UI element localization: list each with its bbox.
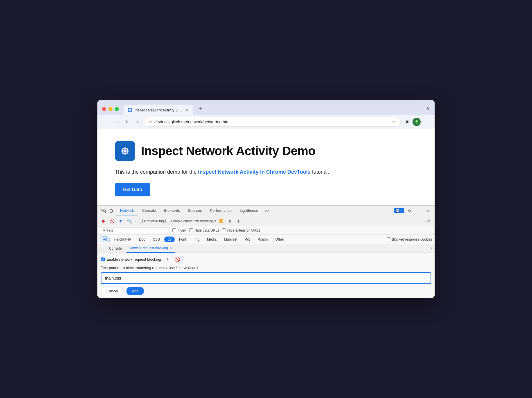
svg-point-2 [130, 110, 131, 111]
close-blocking-tab-icon[interactable]: × [170, 246, 172, 250]
filter-options: Invert Hide data URLs Hide extension URL… [172, 228, 260, 232]
console-badge[interactable]: 💬 1 [394, 208, 404, 213]
svg-point-3 [415, 120, 418, 122]
forward-button[interactable]: → [113, 118, 121, 126]
pattern-description: Text pattern to block matching requests;… [101, 266, 431, 270]
subtitle-link[interactable]: Inspect Network Activity In Chrome DevTo… [198, 169, 312, 175]
close-window-button[interactable] [102, 107, 106, 111]
filter-font[interactable]: Font [176, 237, 189, 242]
hide-data-urls-checkbox[interactable] [189, 228, 193, 232]
upload-icon[interactable]: ⬆ [226, 218, 233, 225]
bottom-tab-console[interactable]: Console [107, 244, 124, 253]
throttle-select[interactable]: No throttling ▾ [194, 219, 216, 223]
tab-lighthouse[interactable]: Lighthouse [236, 206, 263, 216]
filter-img[interactable]: Img [190, 237, 203, 242]
tab-dropdown-button[interactable]: ∨ [426, 106, 430, 115]
hide-ext-urls-checkbox[interactable] [222, 228, 226, 232]
extensions-button[interactable]: ◾ [403, 118, 411, 126]
filter-media[interactable]: Media [204, 237, 220, 242]
more-tabs-button[interactable]: >> [262, 209, 271, 213]
more-options-icon[interactable]: ⋮ [415, 207, 423, 215]
enable-blocking-text: Enable network request blocking [106, 257, 161, 262]
active-tab[interactable]: Inspect Network Activity Dem × [124, 105, 193, 115]
hide-ext-urls-label[interactable]: Hide extension URLs [222, 228, 260, 232]
filter-wasm[interactable]: Wasm [255, 237, 271, 242]
filter-manifest[interactable]: Manifest [221, 237, 240, 242]
blocked-cookies-label[interactable]: Blocked response cookies [387, 237, 432, 241]
get-data-button[interactable]: Get Data [115, 183, 150, 196]
back-button[interactable]: ← [102, 118, 110, 126]
record-stop-button[interactable]: ⏺ [100, 218, 107, 225]
address-bar[interactable]: ⊙ devtools.glitch.me/network/getstarted.… [144, 117, 401, 127]
home-button[interactable]: ⌂ [133, 118, 142, 126]
cancel-button[interactable]: Cancel [101, 287, 124, 295]
pattern-input[interactable] [101, 272, 431, 284]
badge-count: 1 [401, 209, 403, 213]
disable-cache-label[interactable]: Disable cache [165, 219, 192, 223]
bottom-panel-menu-icon[interactable]: ⋮ [100, 246, 104, 251]
search-button[interactable]: 🔍 [126, 218, 133, 225]
hide-data-urls-text: Hide data URLs [194, 228, 219, 232]
tab-elements[interactable]: Elements [160, 206, 184, 216]
profile-button[interactable] [413, 118, 421, 126]
clear-patterns-button[interactable]: 🚫 [174, 256, 181, 263]
filter-css[interactable]: CSS [149, 237, 163, 242]
close-bottom-panel-button[interactable]: × [430, 246, 432, 251]
filter-bar: ▼ Invert Hide data URLs Hide extension U… [97, 226, 435, 235]
nav-right-icons: ◾ ⋮ [403, 118, 430, 126]
close-devtools-button[interactable]: × [424, 207, 432, 215]
disable-cache-checkbox[interactable] [165, 219, 169, 223]
svg-point-7 [124, 150, 126, 152]
filter-doc[interactable]: Doc [136, 237, 148, 242]
chrome-logo [115, 141, 135, 161]
invert-checkbox[interactable] [172, 228, 176, 232]
throttle-dropdown-icon: ▾ [214, 219, 216, 223]
add-action-button[interactable]: Add [126, 287, 144, 295]
maximize-window-button[interactable] [115, 107, 119, 111]
tab-network[interactable]: Network [116, 206, 138, 216]
bottom-panel-header: ⋮ Console Network request blocking × × [97, 244, 435, 253]
security-icon: ⊙ [149, 120, 152, 124]
reload-button[interactable]: ↻ [123, 118, 131, 126]
filter-ws[interactable]: WS [242, 237, 253, 242]
wifi-icon[interactable]: 📶 [218, 218, 225, 225]
hide-data-urls-label[interactable]: Hide data URLs [189, 228, 219, 232]
page-content: Inspect Network Activity Demo This is th… [97, 129, 435, 205]
new-tab-button[interactable]: + [196, 103, 206, 115]
filter-fetch-xhr[interactable]: Fetch/XHR [111, 237, 135, 242]
enable-blocking-label[interactable]: Enable network request blocking [101, 257, 161, 262]
minimize-window-button[interactable] [108, 107, 113, 111]
download-icon[interactable]: ⬇ [235, 218, 242, 225]
device-toolbar-icon[interactable] [108, 207, 116, 215]
preserve-log-checkbox[interactable] [139, 219, 143, 223]
type-filter-bar: All Fetch/XHR Doc CSS JS Font Img Media … [97, 235, 435, 244]
tab-sources[interactable]: Sources [184, 206, 206, 216]
bottom-tab-network-blocking[interactable]: Network request blocking × [126, 244, 175, 253]
separator-1 [136, 218, 136, 224]
preserve-log-label[interactable]: Preserve log [139, 219, 164, 223]
add-pattern-button[interactable]: + [164, 256, 171, 263]
filter-input-wrap[interactable]: ▼ [100, 228, 169, 233]
tab-close-button[interactable]: × [185, 108, 189, 112]
filter-all[interactable]: All [100, 237, 110, 242]
settings-icon[interactable]: ⚙ [406, 207, 414, 215]
clear-button[interactable]: 🚫 [108, 218, 115, 225]
tab-title: Inspect Network Activity Dem [135, 108, 182, 112]
blocked-cookies-checkbox[interactable] [387, 237, 390, 241]
chrome-menu-button[interactable]: ⋮ [422, 118, 430, 126]
filter-icon[interactable]: ▼ [117, 218, 124, 225]
filter-js[interactable]: JS [164, 237, 175, 242]
svg-rect-10 [110, 209, 112, 212]
network-settings-icon[interactable]: ⚙ [425, 218, 432, 225]
filter-input[interactable] [107, 228, 167, 232]
enable-blocking-checkbox[interactable] [101, 257, 105, 261]
invert-text: Invert [178, 228, 186, 232]
filter-other[interactable]: Other [272, 237, 287, 242]
tab-console[interactable]: Console [138, 206, 160, 216]
bookmark-icon[interactable]: ☆ [392, 119, 396, 125]
network-toolbar: ⏺ 🚫 ▼ 🔍 Preserve log Disable cache No th… [97, 216, 435, 226]
invert-label[interactable]: Invert [172, 228, 186, 232]
page-title: Inspect Network Activity Demo [141, 144, 315, 158]
tab-performance[interactable]: Performance [206, 206, 235, 216]
inspect-element-icon[interactable] [100, 207, 108, 215]
